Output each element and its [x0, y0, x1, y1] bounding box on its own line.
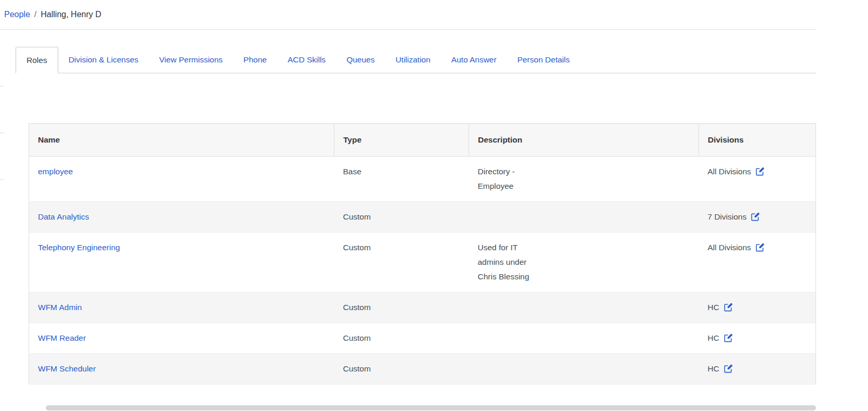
table-row: WFM Scheduler Custom HC	[29, 354, 816, 384]
tab-view-permissions[interactable]: View Permissions	[149, 47, 233, 73]
role-name-link[interactable]: Data Analytics	[38, 212, 89, 221]
role-name-link[interactable]: WFM Reader	[38, 333, 86, 342]
role-description: Directory - Employee	[478, 164, 541, 194]
role-type: Custom	[343, 303, 371, 312]
table-row: Data Analytics Custom 7 Divisions	[29, 202, 816, 233]
edit-icon[interactable]	[723, 364, 733, 374]
edit-icon[interactable]	[750, 212, 760, 222]
role-description: Used for IT admins under Chris Blessing	[478, 240, 541, 284]
role-divisions-label: HC	[708, 331, 719, 345]
tab-queues[interactable]: Queues	[336, 47, 385, 73]
role-name-link[interactable]: Telephony Engineering	[38, 243, 120, 252]
role-divisions-label: 7 Divisions	[708, 210, 747, 224]
roles-table: Name Type Description Divisions employee…	[29, 123, 816, 384]
column-header-name: Name	[29, 124, 334, 157]
breadcrumb-separator: /	[34, 10, 36, 19]
person-detail-page: People / Halling, Henry D Roles Division…	[0, 0, 816, 384]
role-name-link[interactable]: WFM Admin	[38, 303, 82, 312]
role-divisions-label: HC	[708, 300, 719, 315]
edit-icon[interactable]	[723, 333, 733, 343]
breadcrumb-people-link[interactable]: People	[4, 10, 30, 19]
tab-roles[interactable]: Roles	[16, 47, 58, 73]
roles-table-area: Name Type Description Divisions employee…	[29, 123, 816, 384]
left-panel-divider	[0, 133, 4, 133]
left-panel-divider	[0, 86, 4, 86]
column-header-type: Type	[334, 124, 469, 157]
horizontal-scrollbar[interactable]	[46, 405, 816, 410]
left-panel-edge	[0, 73, 4, 208]
edit-icon[interactable]	[755, 166, 765, 176]
role-divisions-label: HC	[708, 362, 719, 376]
tab-phone[interactable]: Phone	[233, 47, 277, 73]
role-divisions-label: All Divisions	[708, 164, 752, 179]
role-name-link[interactable]: WFM Scheduler	[38, 364, 96, 373]
column-header-description: Description	[469, 124, 699, 157]
tab-auto-answer[interactable]: Auto Answer	[441, 47, 507, 73]
tabs-container: Roles Division & Licenses View Permissio…	[0, 47, 816, 73]
role-divisions-label: All Divisions	[708, 240, 752, 255]
breadcrumb-current-person: Halling, Henry D	[41, 10, 101, 19]
table-row: employee Base Directory - Employee All D…	[29, 157, 816, 202]
table-header-row: Name Type Description Divisions	[29, 124, 816, 157]
left-panel-divider	[0, 179, 4, 180]
tab-person-details[interactable]: Person Details	[507, 47, 580, 73]
role-type: Base	[343, 167, 361, 176]
role-type: Custom	[343, 333, 371, 342]
table-row: Telephony Engineering Custom Used for IT…	[29, 233, 816, 292]
tab-utilization[interactable]: Utilization	[385, 47, 441, 73]
tab-acd-skills[interactable]: ACD Skills	[277, 47, 336, 73]
role-name-link[interactable]: employee	[38, 167, 73, 176]
role-type: Custom	[343, 212, 371, 221]
column-header-divisions: Divisions	[699, 124, 816, 157]
tab-division-licenses[interactable]: Division & Licenses	[58, 47, 149, 73]
tab-strip: Roles Division & Licenses View Permissio…	[16, 47, 816, 73]
role-type: Custom	[343, 364, 371, 373]
breadcrumb: People / Halling, Henry D	[0, 0, 816, 30]
table-row: WFM Reader Custom HC	[29, 323, 816, 354]
edit-icon[interactable]	[755, 242, 765, 252]
table-row: WFM Admin Custom HC	[29, 292, 816, 323]
edit-icon[interactable]	[723, 302, 733, 312]
role-type: Custom	[343, 243, 371, 252]
